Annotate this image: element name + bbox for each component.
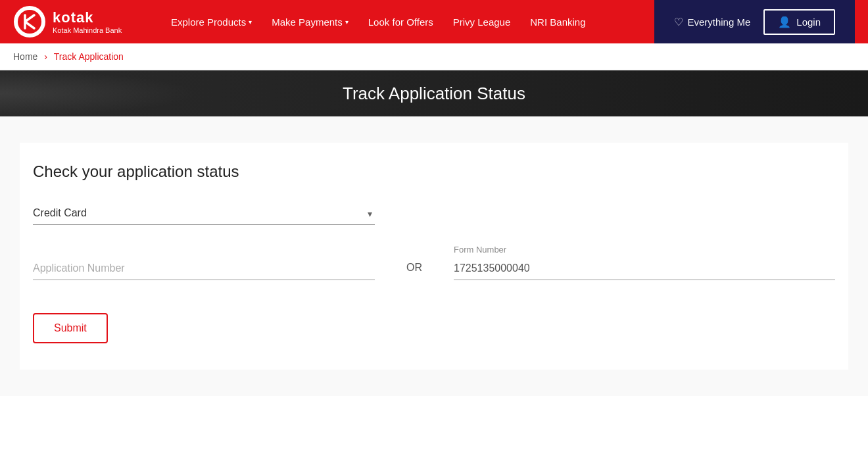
nav-explore-products-label: Explore Products: [171, 16, 246, 28]
everything-me-button[interactable]: ♡ Everything Me: [674, 16, 750, 28]
form-area: Check your application status Credit Car…: [20, 143, 848, 370]
or-label: OR: [406, 262, 422, 273]
form-inputs-row: OR Form Number: [33, 245, 835, 280]
page-title: Track Application Status: [343, 84, 525, 104]
product-select[interactable]: Credit Card Personal Loan Home Loan Car …: [33, 207, 375, 218]
header-right: ♡ Everything Me 👤 Login: [654, 0, 855, 43]
breadcrumb-current: Track Application: [54, 51, 124, 62]
form-number-group: Form Number: [454, 245, 835, 280]
submit-button[interactable]: Submit: [33, 313, 108, 343]
logo-area[interactable]: kotak Kotak Mahindra Bank: [13, 5, 145, 38]
login-label: Login: [796, 16, 821, 28]
login-button[interactable]: 👤 Login: [763, 9, 835, 35]
logo-tagline: Kotak Mahindra Bank: [53, 26, 122, 34]
hero-banner: Track Application Status: [0, 70, 868, 116]
logo-text: kotak Kotak Mahindra Bank: [53, 9, 122, 34]
nav-items: Explore Products ▾ Make Payments ▾ Look …: [171, 16, 654, 28]
product-select-wrapper: Credit Card Personal Loan Home Loan Car …: [33, 207, 375, 225]
submit-label: Submit: [54, 322, 87, 333]
application-number-input[interactable]: [33, 257, 375, 280]
main-content: Check your application status Credit Car…: [0, 116, 868, 396]
breadcrumb-home-label: Home: [13, 51, 37, 62]
nav-look-for-offers-label: Look for Offers: [368, 16, 433, 28]
make-payments-caret-icon: ▾: [345, 18, 349, 26]
nav-privy-league[interactable]: Privy League: [453, 16, 511, 28]
nav-nri-banking-label: NRI Banking: [530, 16, 585, 28]
form-number-input[interactable]: [454, 257, 835, 280]
nav-look-for-offers[interactable]: Look for Offers: [368, 16, 433, 28]
nav-make-payments[interactable]: Make Payments ▾: [272, 16, 349, 28]
nav-make-payments-label: Make Payments: [272, 16, 343, 28]
kotak-logo-icon: [13, 5, 46, 38]
header: kotak Kotak Mahindra Bank Explore Produc…: [0, 0, 868, 43]
nav-privy-league-label: Privy League: [453, 16, 511, 28]
user-icon: 👤: [778, 16, 791, 28]
svg-point-1: [18, 10, 41, 34]
section-title: Check your application status: [33, 162, 835, 181]
breadcrumb: Home › Track Application: [0, 43, 868, 70]
submit-area: Submit: [33, 313, 835, 343]
nav-nri-banking[interactable]: NRI Banking: [530, 16, 585, 28]
heart-icon: ♡: [674, 16, 683, 28]
breadcrumb-home-link[interactable]: Home: [13, 51, 40, 62]
everything-me-label: Everything Me: [687, 16, 750, 28]
logo-name: kotak: [53, 9, 122, 26]
or-separator: OR: [375, 262, 454, 280]
breadcrumb-separator: ›: [44, 51, 47, 62]
product-select-row: Credit Card Personal Loan Home Loan Car …: [33, 207, 835, 225]
nav-explore-products[interactable]: Explore Products ▾: [171, 16, 252, 28]
explore-products-caret-icon: ▾: [249, 18, 252, 26]
application-number-group: [33, 257, 375, 280]
form-number-label: Form Number: [454, 245, 835, 255]
